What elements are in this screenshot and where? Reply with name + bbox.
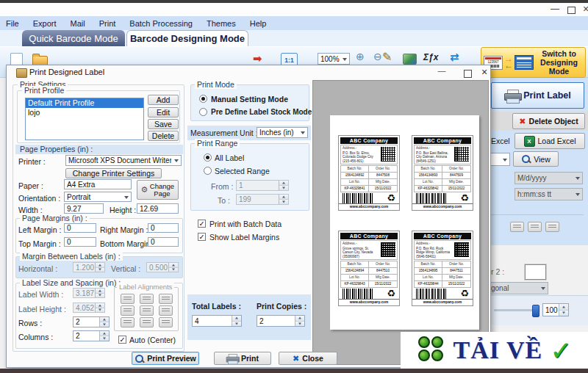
- date-format-select[interactable]: M/d/yyyy: [514, 172, 583, 184]
- all-label-radio[interactable]: [204, 153, 212, 162]
- chevron-down-icon: [538, 283, 548, 294]
- change-page-button[interactable]: ⚙ Change Page: [137, 180, 179, 200]
- minimize-button[interactable]: —: [547, 4, 563, 15]
- delete-object-button[interactable]: ✖ Delete Object: [512, 113, 585, 129]
- menu-print[interactable]: Print: [99, 19, 116, 28]
- width-input[interactable]: 9.27: [64, 203, 104, 214]
- dialog-print-button[interactable]: Print: [214, 352, 271, 365]
- order-no-value: 8447511: [442, 268, 470, 275]
- align-center-button[interactable]: [528, 222, 542, 232]
- save-button[interactable]: Save: [148, 119, 179, 129]
- align-bottom-center-button[interactable]: [140, 317, 154, 327]
- rows-spinner[interactable]: 2: [73, 316, 110, 327]
- dialog-maximize-button[interactable]: [464, 70, 472, 78]
- align-left-button[interactable]: [510, 222, 524, 232]
- add-button[interactable]: Add: [148, 95, 179, 105]
- align-top-center-button[interactable]: [140, 294, 154, 304]
- predefine-label-stock-radio[interactable]: [199, 108, 207, 116]
- menu-help[interactable]: Help: [250, 19, 267, 28]
- gear-icon: ⚙: [141, 186, 148, 195]
- align-top-right-button[interactable]: [159, 294, 173, 304]
- orientation-select[interactable]: Portrait: [64, 192, 132, 202]
- menu-batch-processing[interactable]: Batch Processing: [129, 19, 193, 28]
- menu-file[interactable]: File: [6, 19, 19, 28]
- mfg-date-caption: Mfg Date.: [442, 275, 470, 281]
- from-spinner[interactable]: 1: [236, 180, 289, 191]
- gradient-style-select[interactable]: gonal: [488, 282, 548, 294]
- edit-button[interactable]: Edit: [148, 107, 179, 117]
- exit-icon[interactable]: ➡: [253, 52, 262, 65]
- dialog-minimize-button[interactable]: —: [436, 66, 448, 75]
- right-margin-input[interactable]: 0: [148, 223, 179, 233]
- dialog-close-button[interactable]: ×: [481, 66, 487, 78]
- zoom-level-select[interactable]: 100%: [318, 53, 350, 65]
- view-button[interactable]: View: [513, 151, 559, 167]
- zoom-out-icon[interactable]: ⊖: [373, 51, 382, 62]
- auto-center-checkbox[interactable]: ✓: [118, 336, 126, 344]
- print-with-batch-data-checkbox[interactable]: ✓: [198, 220, 206, 228]
- screen-bottom-edge: [0, 369, 588, 373]
- load-excel-button[interactable]: X Load Excel: [514, 133, 585, 149]
- top-margin-input[interactable]: 0: [64, 237, 96, 247]
- order-no-value: 8447509: [442, 173, 470, 179]
- maximize-icon: [567, 7, 576, 14]
- horizontal-spinner[interactable]: 1.200: [73, 262, 105, 272]
- align-middle-left-button[interactable]: [121, 305, 135, 316]
- selected-range-radio[interactable]: [204, 167, 212, 175]
- list-item-selected[interactable]: Default Print Profile: [26, 98, 143, 108]
- print-label-button[interactable]: Print Label: [491, 82, 584, 109]
- formula-icon[interactable]: Σƒx: [423, 52, 438, 62]
- align-bottom-left-button[interactable]: [121, 317, 135, 327]
- swap-icon[interactable]: ⇄: [450, 51, 459, 64]
- edit-pencil-icon[interactable]: ✎: [382, 50, 392, 64]
- opacity-spinner[interactable]: 100: [542, 303, 569, 316]
- orientation-label: Orientation :: [18, 194, 60, 203]
- bottom-margin-input[interactable]: 0: [148, 237, 179, 247]
- show-label-margins-checkbox[interactable]: ✓: [198, 233, 206, 241]
- switch-to-designing-mode-button[interactable]: 123567 → ← Switch to Designing Mode: [481, 47, 586, 78]
- total-labels-spinner[interactable]: 4: [192, 315, 242, 327]
- lot-no-value: KP-46329842: [415, 186, 442, 192]
- chevron-down-icon: [500, 153, 509, 165]
- manual-setting-mode-radio[interactable]: [199, 95, 207, 103]
- zoom-in-icon[interactable]: ⊕: [356, 51, 365, 62]
- image-export-icon[interactable]: [403, 54, 417, 65]
- print-profile-listbox[interactable]: Default Print Profile lojo: [25, 98, 144, 140]
- to-spinner[interactable]: 199: [236, 194, 289, 205]
- print-copies-spinner[interactable]: 2: [257, 315, 305, 327]
- align-middle-center-button[interactable]: [140, 305, 154, 316]
- label-address-block: Address.- P.O. Box St. Elmo, Colorado Do…: [340, 145, 398, 164]
- paper-input[interactable]: A4 Extra: [64, 179, 132, 189]
- left-margin-input[interactable]: 0: [64, 223, 96, 233]
- label-width-spinner[interactable]: 3.187: [73, 288, 105, 298]
- checkmark-icon: ✓: [550, 336, 572, 366]
- align-top-left-button[interactable]: [121, 294, 135, 304]
- columns-spinner[interactable]: 2: [73, 330, 110, 341]
- opacity-slider-thumb[interactable]: [532, 305, 539, 317]
- close-button[interactable]: ×: [578, 4, 588, 15]
- align-right-button[interactable]: [545, 222, 559, 232]
- align-middle-right-button[interactable]: [159, 305, 173, 316]
- excel-column-select[interactable]: [488, 153, 510, 166]
- barcode: [416, 193, 447, 203]
- color2-swatch[interactable]: [525, 264, 546, 280]
- list-item[interactable]: lojo: [26, 108, 143, 117]
- menu-themes[interactable]: Themes: [207, 19, 236, 28]
- measurement-unit-select[interactable]: Inches (in): [257, 127, 308, 138]
- tab-barcode-designing-mode[interactable]: Barcode Designing Mode: [126, 30, 248, 46]
- menu-export[interactable]: Export: [33, 19, 57, 28]
- delete-button[interactable]: Delete: [148, 131, 179, 141]
- time-format-select[interactable]: h:mm:ss tt: [514, 188, 583, 200]
- printer-select[interactable]: Microsoft XPS Document Writer: [65, 155, 182, 166]
- delete-x-icon: ✖: [519, 117, 526, 126]
- maximize-button[interactable]: [563, 4, 579, 15]
- vertical-spinner[interactable]: 0.500: [146, 262, 179, 272]
- tab-quick-barcode-mode[interactable]: Quick Barcode Mode: [22, 30, 125, 46]
- menu-mail[interactable]: Mail: [71, 19, 85, 28]
- height-input[interactable]: 12.69: [137, 203, 179, 214]
- label-height-spinner[interactable]: 4.052: [73, 303, 105, 313]
- dialog-close-footer-button[interactable]: ✖ Close: [279, 352, 337, 365]
- align-bottom-right-button[interactable]: [159, 317, 173, 327]
- change-printer-settings-button[interactable]: Change Printer Settings: [65, 168, 162, 178]
- print-preview-button[interactable]: Print Preview: [132, 352, 199, 365]
